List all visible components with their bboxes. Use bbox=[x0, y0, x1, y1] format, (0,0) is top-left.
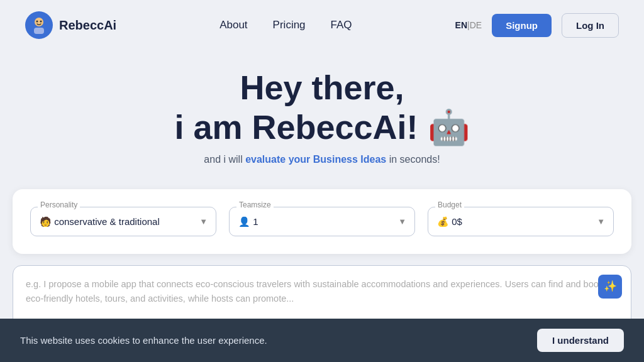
logo-text: RebeccAi bbox=[59, 18, 116, 33]
personality-field: Personality 🧑 conservative & traditional… bbox=[30, 207, 216, 236]
nav-about[interactable]: About bbox=[219, 19, 247, 31]
budget-select[interactable]: 💰 0$ 💰 1000$ 💰 10000$ bbox=[428, 207, 614, 236]
svg-point-2 bbox=[36, 21, 38, 23]
nav-links: About Pricing FAQ bbox=[219, 19, 352, 31]
signup-button[interactable]: Signup bbox=[492, 14, 552, 37]
logo[interactable]: RebeccAi bbox=[25, 11, 116, 39]
hero-section: Hey there, i am RebeccAi! 🤖 and i will e… bbox=[0, 50, 644, 178]
form-row: Personality 🧑 conservative & traditional… bbox=[30, 207, 614, 236]
navbar: RebeccAi About Pricing FAQ EN|DE Signup … bbox=[0, 0, 644, 50]
nav-faq[interactable]: FAQ bbox=[331, 19, 352, 31]
lang-en[interactable]: EN bbox=[455, 20, 467, 30]
hero-sub-prefix: and i will bbox=[204, 154, 245, 165]
nav-pricing[interactable]: Pricing bbox=[273, 19, 306, 31]
personality-label: Personality bbox=[38, 200, 80, 209]
svg-point-3 bbox=[40, 21, 42, 23]
magic-icon: ✨ bbox=[604, 280, 617, 293]
budget-label: Budget bbox=[435, 200, 464, 209]
login-button[interactable]: Log In bbox=[562, 13, 619, 38]
personality-select[interactable]: 🧑 conservative & traditional 🚀 innovativ… bbox=[30, 207, 216, 236]
logo-icon bbox=[25, 11, 53, 39]
form-card: Personality 🧑 conservative & traditional… bbox=[13, 189, 631, 254]
svg-rect-4 bbox=[34, 28, 44, 34]
hero-line1: Hey there, bbox=[13, 69, 631, 106]
teamsize-field: Teamsize 👤 1 👥 2-5 👥 6-10 ▼ bbox=[229, 207, 415, 236]
hero-line2: i am RebeccAi! 🤖 bbox=[13, 109, 631, 146]
lang-de[interactable]: DE bbox=[470, 20, 482, 30]
language-toggle[interactable]: EN|DE bbox=[455, 20, 482, 30]
teamsize-select[interactable]: 👤 1 👥 2-5 👥 6-10 bbox=[229, 207, 415, 236]
teamsize-label: Teamsize bbox=[236, 200, 274, 209]
budget-field: Budget 💰 0$ 💰 1000$ 💰 10000$ ▼ bbox=[428, 207, 614, 236]
idea-placeholder[interactable]: e.g. I propose a mobile app that connect… bbox=[26, 277, 618, 306]
cookie-banner: This website uses cookies to enhance the… bbox=[0, 319, 644, 362]
cookie-accept-button[interactable]: I understand bbox=[537, 329, 624, 352]
cookie-text: This website uses cookies to enhance the… bbox=[20, 335, 267, 346]
magic-button[interactable]: ✨ bbox=[598, 275, 622, 299]
nav-right: EN|DE Signup Log In bbox=[455, 13, 619, 38]
hero-sub-suffix: in seconds! bbox=[386, 154, 440, 165]
hero-subtitle: and i will evaluate your Business Ideas … bbox=[13, 154, 631, 165]
hero-sub-bold: evaluate your Business Ideas bbox=[245, 154, 386, 165]
